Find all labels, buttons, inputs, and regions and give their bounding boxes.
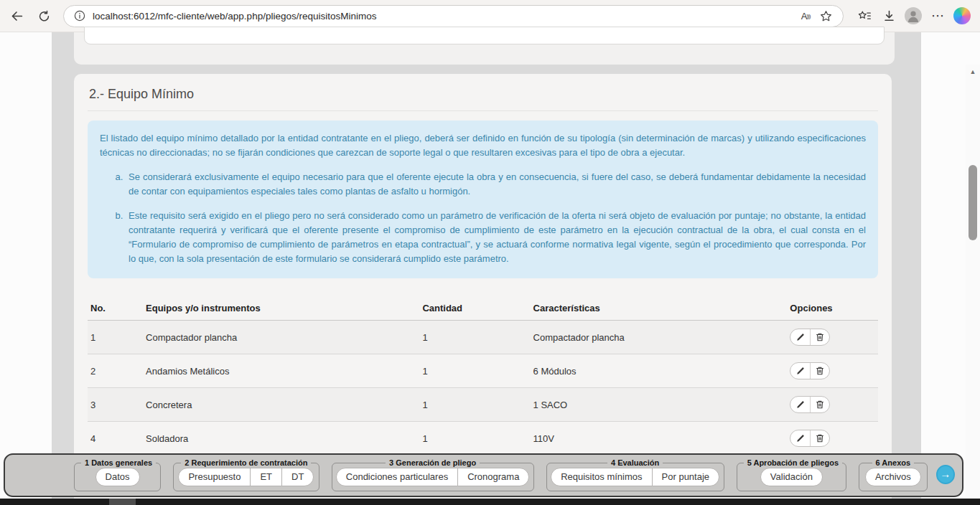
cell-equipo: Concretera bbox=[143, 388, 419, 422]
cell-caracteristicas: 1 SACO bbox=[531, 388, 788, 422]
section-title: 2.- Equipo Mínimo bbox=[88, 85, 878, 111]
wizard-button-datos[interactable]: Datos bbox=[95, 468, 140, 486]
table-row: 4 Soldadora 1 110V bbox=[88, 422, 878, 456]
cell-equipo: Soldadora bbox=[143, 422, 419, 456]
wizard-group-legend: 3 Generación de pliego bbox=[386, 458, 480, 467]
header-cantidad: Cantidad bbox=[419, 296, 530, 321]
cell-cantidad: 1 bbox=[419, 388, 530, 422]
header-equipos: Equipos y/o instrumentos bbox=[143, 296, 419, 321]
table-row: 1 Compactador plancha 1 Compactador plan… bbox=[88, 321, 878, 354]
read-aloud-icon[interactable]: A))) bbox=[795, 6, 816, 25]
header-caracteristicas: Características bbox=[531, 296, 788, 321]
wizard-group-requerimiento: 2 Requerimiento de contratación Presupue… bbox=[173, 458, 319, 491]
address-bar[interactable]: localhost:6012/mfc-cliente/web/app.php/p… bbox=[63, 5, 844, 27]
previous-section-card bbox=[84, 27, 885, 44]
wizard-group-evaluacion: 4 Evaluación Requisitos mínimos Por punt… bbox=[546, 458, 724, 491]
delete-icon[interactable] bbox=[810, 397, 829, 412]
equipment-table: No. Equipos y/o instrumentos Cantidad Ca… bbox=[88, 296, 878, 456]
wizard-group-legend: 4 Evaluación bbox=[607, 458, 663, 467]
wizard-group-legend: 2 Requerimiento de contratación bbox=[181, 458, 311, 467]
profile-avatar[interactable] bbox=[901, 4, 925, 28]
page-viewport: 2.- Equipo Mínimo El listado del equipo … bbox=[0, 32, 980, 505]
cell-caracteristicas: 110V bbox=[531, 422, 788, 456]
cell-caracteristicas: Compactador plancha bbox=[531, 321, 788, 354]
wizard-button-por-puntaje[interactable]: Por puntaje bbox=[652, 468, 720, 486]
more-menu-icon[interactable]: ⋯ bbox=[925, 4, 950, 28]
delete-icon[interactable] bbox=[810, 363, 829, 379]
wizard-button-archivos[interactable]: Archivos bbox=[865, 468, 921, 486]
cell-no: 3 bbox=[88, 388, 143, 422]
info-alert: El listado del equipo mínimo detallado p… bbox=[88, 121, 878, 278]
header-opciones: Opciones bbox=[787, 296, 878, 321]
wizard-group-legend: 1 Datos generales bbox=[81, 458, 156, 467]
delete-icon[interactable] bbox=[810, 329, 829, 345]
edit-icon[interactable] bbox=[790, 397, 810, 412]
info-intro: El listado del equipo mínimo detallado p… bbox=[100, 131, 866, 160]
scrollbar-thumb[interactable] bbox=[969, 165, 977, 240]
wizard-button-condiciones-particulares[interactable]: Condiciones particulares bbox=[336, 468, 458, 486]
cell-no: 2 bbox=[88, 354, 143, 388]
bottom-dark-strip bbox=[0, 499, 980, 505]
wizard-group-generacion-pliego: 3 Generación de pliego Condiciones parti… bbox=[332, 458, 534, 491]
cell-cantidad: 1 bbox=[419, 354, 530, 388]
wizard-group-aprobacion: 5 Aprobación de pliegos Validación bbox=[737, 458, 846, 491]
equipo-minimo-card: 2.- Equipo Mínimo El listado del equipo … bbox=[74, 74, 892, 505]
bottom-strip-segment bbox=[109, 499, 136, 505]
table-header-row: No. Equipos y/o instrumentos Cantidad Ca… bbox=[88, 296, 878, 321]
table-row: 3 Concretera 1 1 SACO bbox=[88, 388, 878, 422]
next-step-icon[interactable]: → bbox=[936, 465, 955, 484]
wizard-navigation-bar: 1 Datos generales Datos 2 Requerimiento … bbox=[4, 453, 963, 497]
edit-icon[interactable] bbox=[790, 430, 810, 446]
cell-cantidad: 1 bbox=[419, 422, 530, 456]
wizard-group-legend: 6 Anexos bbox=[872, 458, 915, 467]
delete-icon[interactable] bbox=[810, 430, 829, 446]
wizard-button-presupuesto[interactable]: Presupuesto bbox=[178, 468, 251, 486]
downloads-icon[interactable] bbox=[877, 4, 901, 28]
collections-icon[interactable] bbox=[852, 4, 877, 28]
header-no: No. bbox=[88, 296, 143, 321]
edit-icon[interactable] bbox=[790, 363, 810, 379]
cell-cantidad: 1 bbox=[419, 321, 530, 354]
wizard-group-legend: 5 Aprobación de pliegos bbox=[744, 458, 842, 467]
site-info-icon[interactable] bbox=[73, 9, 87, 23]
wizard-button-cronograma[interactable]: Cronograma bbox=[457, 468, 529, 486]
cell-caracteristicas: 6 Módulos bbox=[531, 354, 788, 388]
table-row: 2 Andamios Metálicos 1 6 Módulos bbox=[88, 354, 878, 388]
cell-no: 4 bbox=[88, 422, 143, 456]
cell-equipo: Compactador plancha bbox=[143, 321, 419, 354]
wizard-button-validacion[interactable]: Validación bbox=[760, 468, 823, 486]
info-item-a: Se considerará exclusivamente el equipo … bbox=[126, 170, 866, 199]
page-scrollbar[interactable]: ▲ ▼ bbox=[966, 65, 980, 505]
cell-no: 1 bbox=[88, 321, 143, 354]
back-icon[interactable] bbox=[4, 4, 29, 28]
previous-section-panel bbox=[74, 32, 895, 65]
wizard-button-requisitos-minimos[interactable]: Requisitos mínimos bbox=[551, 468, 652, 486]
favorite-star-icon[interactable] bbox=[816, 6, 836, 25]
edit-icon[interactable] bbox=[790, 329, 810, 345]
reload-icon[interactable] bbox=[32, 4, 56, 28]
copilot-icon[interactable] bbox=[950, 4, 974, 28]
content-backdrop: 2.- Equipo Mínimo El listado del equipo … bbox=[52, 32, 921, 505]
wizard-group-anexos: 6 Anexos Archivos bbox=[859, 458, 928, 491]
info-item-b: Este requisito será exigido en el pliego… bbox=[126, 209, 866, 267]
scroll-up-icon[interactable]: ▲ bbox=[966, 66, 980, 77]
wizard-group-datos-generales: 1 Datos generales Datos bbox=[74, 458, 161, 491]
wizard-button-et[interactable]: ET bbox=[250, 468, 282, 486]
cell-equipo: Andamios Metálicos bbox=[143, 354, 419, 388]
url-text[interactable]: localhost:6012/mfc-cliente/web/app.php/p… bbox=[93, 11, 795, 22]
wizard-button-dt[interactable]: DT bbox=[281, 468, 314, 486]
